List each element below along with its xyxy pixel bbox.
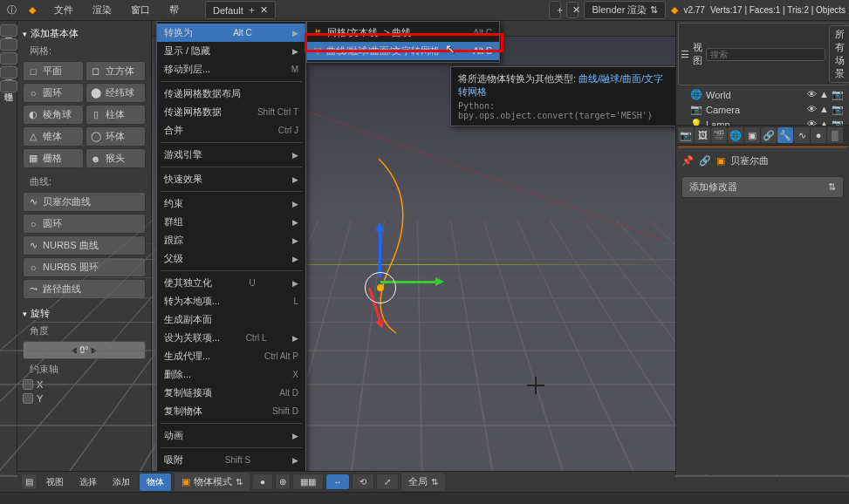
editor-type-icon[interactable]: ▤ [21, 473, 38, 490]
menu-item[interactable]: 复制链接项Alt D [157, 384, 305, 402]
outliner-item[interactable]: 🌐World👁▲📷 [678, 87, 847, 102]
ptab-data[interactable]: ∿ [794, 127, 810, 143]
menu-item[interactable]: 快速效果▶ [157, 170, 305, 188]
ptab-constraints[interactable]: 🔗 [761, 127, 777, 143]
manipulator-translate[interactable]: ↔ [325, 473, 350, 490]
pivot-icon[interactable]: ⊕ [275, 473, 291, 490]
menu-item[interactable]: 显示 / 隐藏▶ [157, 42, 305, 60]
close-icon[interactable]: ✕ [260, 4, 268, 16]
primitive-icon: ◻ [90, 65, 102, 78]
vtab-physics[interactable]: 物理 [0, 80, 17, 92]
ptab-layers[interactable]: 🖼 [695, 127, 710, 143]
menu-item[interactable]: 复制物体Shift D [157, 402, 305, 420]
menu-item[interactable]: 转为本地项...L [157, 292, 305, 310]
render-icon[interactable]: 📷 [832, 89, 844, 100]
menu-item[interactable]: 群组▶ [157, 213, 305, 231]
mode-dropdown[interactable]: ▣ 物体模式 ⇅ [174, 472, 250, 492]
bb-select[interactable]: 选择 [72, 473, 104, 491]
ptab-object[interactable]: ▣ [744, 127, 760, 143]
bb-add[interactable]: 添加 [106, 473, 137, 491]
timeline-strip[interactable] [0, 492, 849, 504]
ptab-modifiers[interactable]: 🔧 [777, 127, 793, 143]
vtab-relations[interactable]: 关系 [0, 52, 17, 65]
mesh-primitive-button[interactable]: ○圆环 [23, 83, 84, 103]
orientation-dropdown[interactable]: 全局 ⇅ [401, 472, 446, 492]
vtab-tools[interactable]: 工具 [0, 24, 17, 37]
mesh-primitive-button[interactable]: ▯柱体 [86, 105, 147, 125]
primitive-icon: ▯ [90, 109, 102, 121]
render-icon[interactable]: 📷 [832, 104, 844, 115]
menu-file[interactable]: 文件 [45, 1, 82, 19]
vtab-anim[interactable]: 动画 [0, 66, 17, 78]
visibility-icon[interactable]: 👁 [807, 89, 817, 100]
transform-gizmo[interactable] [365, 272, 400, 307]
menu-item[interactable]: 删除...X [157, 365, 305, 384]
curve-primitive-button[interactable]: ○圆环 [23, 214, 146, 234]
mesh-primitive-button[interactable]: ▦栅格 [23, 148, 84, 168]
selectable-icon[interactable]: ▲ [819, 89, 829, 100]
primitive-label: 经纬球 [106, 86, 134, 99]
vtab-create[interactable]: 创建 [0, 38, 17, 51]
menu-shortcut: L [293, 296, 298, 306]
mesh-primitive-button[interactable]: ☻猴头 [86, 148, 147, 168]
menu-item[interactable]: 跟踪▶ [157, 231, 305, 249]
mesh-primitive-button[interactable]: △锥体 [23, 126, 84, 146]
render-engine-dropdown[interactable]: Blender 渲染 ⇅ [584, 1, 666, 19]
pin-icon[interactable]: 📌 [681, 155, 694, 167]
menu-item[interactable]: 约束▶ [157, 194, 305, 213]
menu-item[interactable]: 吸附Shift S▶ [157, 451, 305, 469]
menu-item[interactable]: 传递网格数据布局 [157, 85, 305, 103]
menu-item[interactable]: 合并Ctrl J [157, 121, 305, 140]
object-name-label[interactable]: 贝塞尔曲 [730, 154, 769, 167]
mesh-primitive-button[interactable]: ⬤经纬球 [86, 83, 147, 103]
mesh-primitive-button[interactable]: ◐棱角球 [23, 105, 84, 125]
outliner-filter[interactable]: 所有场景 [829, 25, 849, 83]
ptab-render[interactable]: 📷 [678, 127, 694, 143]
menu-item[interactable]: 父级▶ [157, 249, 305, 268]
menu-item[interactable]: 游戏引擎▶ [157, 146, 305, 164]
plus-icon[interactable]: ＋ [549, 1, 561, 19]
outliner-view-label[interactable]: 视图 [693, 41, 702, 67]
submenu-item[interactable]: ▽曲线/融球/曲面/文字转网格Alt C [307, 42, 499, 60]
submenu-item[interactable]: ↯网格/文本线 -> 曲线Alt C [307, 24, 499, 42]
outliner-item[interactable]: 📷Camera👁▲📷 [678, 102, 847, 117]
mesh-primitive-button[interactable]: □平面 [23, 61, 84, 81]
ptab-scene[interactable]: 🎬 [711, 127, 727, 143]
add-primitive-header[interactable]: 添加基本体 [23, 24, 146, 43]
menu-item[interactable]: 移动到层...M [157, 60, 305, 78]
menu-item[interactable]: 设为关联项...Ctrl L▶ [157, 329, 305, 347]
close-icon[interactable]: ✕ [566, 2, 579, 18]
menu-render[interactable]: 渲染 [84, 1, 120, 19]
menu-item[interactable]: 动画▶ [157, 426, 305, 445]
mesh-primitive-button[interactable]: ◯环体 [86, 126, 147, 146]
plus-icon[interactable]: ＋ [247, 3, 257, 17]
add-modifier-button[interactable]: 添加修改器 ⇅ [681, 176, 844, 198]
manipulator-scale[interactable]: ⤢ [376, 473, 399, 490]
ptab-material[interactable]: ● [811, 127, 826, 143]
ptab-texture[interactable]: ▒ [827, 127, 843, 143]
menu-item[interactable]: 生成副本面 [157, 310, 305, 329]
menu-item[interactable]: 使其独立化U▶ [157, 274, 305, 292]
menu-item[interactable]: 生成代理...Ctrl Alt P [157, 347, 305, 365]
screen-layout-dropdown[interactable]: Default ＋✕ [205, 1, 276, 19]
menu-item-label: 游戏引擎 [164, 148, 202, 161]
curve-primitive-button[interactable]: ∿贝塞尔曲线 [23, 192, 146, 212]
menu-item-label: 生成副本面 [164, 313, 212, 326]
layers-widget[interactable]: ▦▦ [292, 473, 324, 490]
selectable-icon[interactable]: ▲ [819, 104, 829, 115]
shading-solid-icon[interactable]: ● [252, 473, 273, 490]
mesh-primitive-button[interactable]: ◻立方体 [86, 61, 147, 81]
bb-view[interactable]: 视图 [39, 473, 71, 491]
menu-help[interactable]: 帮 [161, 1, 188, 19]
menu-item[interactable]: 传递网格数据Shift Ctrl T [157, 103, 305, 121]
gizmo-z-axis[interactable] [379, 225, 381, 277]
bb-object-menu[interactable]: 物体 [139, 473, 172, 492]
menu-window[interactable]: 窗口 [122, 1, 159, 19]
outliner-search-input[interactable] [706, 48, 825, 61]
info-editor-icon[interactable]: ⓘ [3, 3, 19, 18]
outliner-editor-icon[interactable]: ☰ [681, 49, 689, 60]
menu-item[interactable]: 转换为Alt C▶ [157, 24, 305, 42]
manipulator-rotate[interactable]: ⟲ [352, 473, 374, 490]
visibility-icon[interactable]: 👁 [807, 104, 817, 115]
ptab-world[interactable]: 🌐 [728, 127, 743, 143]
